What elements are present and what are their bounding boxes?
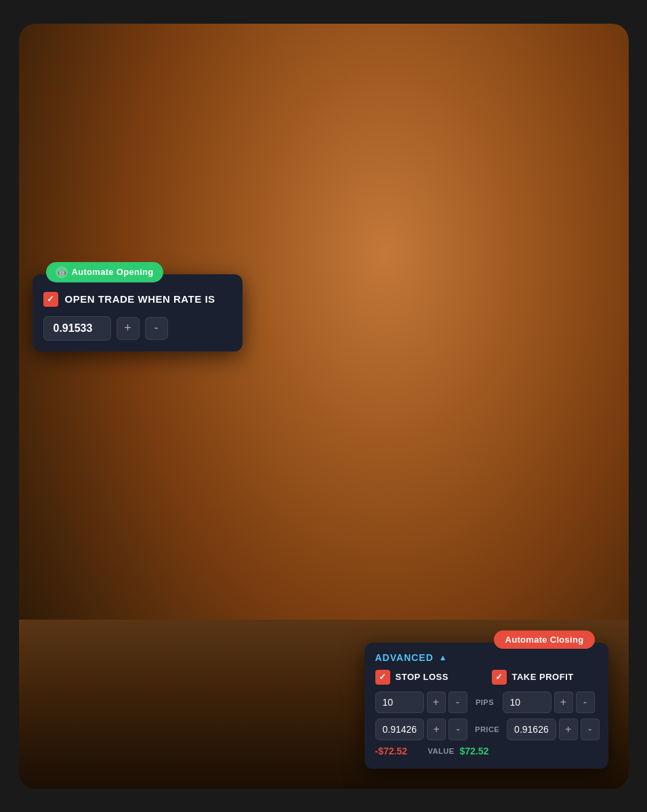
price-label: PRICE: [473, 725, 501, 733]
rate-input-row: 0.91533 + -: [43, 316, 232, 341]
tp-price-increment[interactable]: +: [559, 719, 578, 740]
advanced-arrow-icon[interactable]: ▲: [439, 653, 447, 662]
tp-pips-increment[interactable]: +: [554, 691, 573, 713]
open-trade-checkbox[interactable]: [43, 292, 58, 307]
tp-price-decrement[interactable]: -: [581, 719, 600, 740]
tp-price-input-group: 0.91626 + -: [507, 719, 600, 740]
sl-price-decrement[interactable]: -: [448, 719, 467, 740]
tp-pips-input-group: 10 + -: [503, 691, 595, 713]
sl-price-increment[interactable]: +: [427, 719, 446, 740]
stop-loss-label: STOP LOSS: [396, 672, 448, 682]
main-container: 🤖 Automate Opening OPEN TRADE WHEN RATE …: [19, 24, 629, 789]
sl-pips-decrement[interactable]: -: [448, 691, 467, 713]
value-label: VALUE: [428, 747, 455, 755]
tp-pips-value[interactable]: 10: [503, 691, 551, 713]
sl-pips-value[interactable]: 10: [375, 691, 424, 713]
open-trade-label: OPEN TRADE WHEN RATE IS: [65, 293, 215, 305]
pips-label: PIPS: [473, 698, 497, 706]
automate-opening-body: OPEN TRADE WHEN RATE IS 0.91533 + -: [33, 274, 243, 341]
badge-robot-icon: 🤖: [56, 266, 68, 278]
take-profit-label: TAKE PROFIT: [512, 672, 574, 682]
automate-closing-badge-label: Automate Closing: [505, 635, 583, 645]
sl-dollar-value: -$72.52: [375, 746, 423, 756]
sl-tp-header-row: STOP LOSS TAKE PROFIT: [364, 670, 608, 685]
value-row: -$72.52 VALUE $72.52: [364, 746, 608, 756]
rate-decrement-button[interactable]: -: [145, 317, 168, 340]
sl-price-input-group: 0.91426 + -: [375, 719, 468, 740]
rate-value-display[interactable]: 0.91533: [43, 316, 111, 341]
sl-price-value[interactable]: 0.91426: [375, 719, 425, 740]
automate-opening-card: 🤖 Automate Opening OPEN TRADE WHEN RATE …: [33, 274, 243, 351]
rate-increment-button[interactable]: +: [117, 317, 140, 340]
take-profit-section: TAKE PROFIT: [481, 670, 598, 685]
automate-opening-badge-label: Automate Opening: [72, 267, 154, 277]
sl-pips-input-group: 10 + -: [375, 691, 467, 713]
stop-loss-checkbox[interactable]: [375, 670, 390, 685]
sl-pips-increment[interactable]: +: [427, 691, 446, 713]
automate-opening-badge: 🤖 Automate Opening: [46, 262, 163, 282]
pips-row: 10 + - PIPS 10 + -: [364, 691, 608, 713]
tp-price-value[interactable]: 0.91626: [507, 719, 556, 740]
open-trade-row: OPEN TRADE WHEN RATE IS: [43, 292, 232, 307]
automate-closing-card: Automate Closing ADVANCED ▲ STOP LOSS TA…: [364, 643, 608, 769]
stop-loss-section: STOP LOSS: [375, 670, 481, 685]
price-row: 0.91426 + - PRICE 0.91626 + -: [364, 719, 608, 740]
tp-dollar-value: $72.52: [459, 746, 507, 756]
take-profit-checkbox[interactable]: [492, 670, 507, 685]
advanced-label: ADVANCED: [375, 652, 434, 663]
tp-pips-decrement[interactable]: -: [576, 691, 595, 713]
automate-closing-badge: Automate Closing: [494, 631, 594, 649]
